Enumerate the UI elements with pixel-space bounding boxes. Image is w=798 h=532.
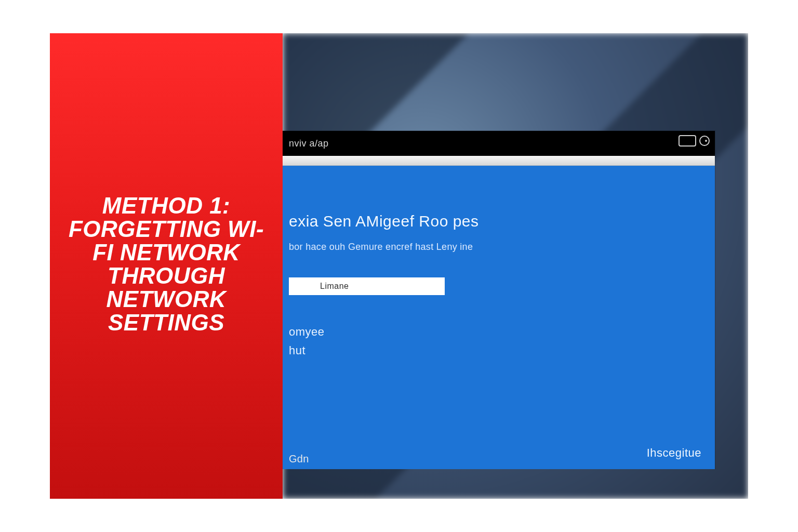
red-title-panel: METHOD 1: FORGETTING WI-FI NETWORK THROU… (50, 33, 283, 499)
window-control-circle-icon[interactable] (699, 136, 710, 146)
page-subtitle: bor hace ouh Gemure encref hast Leny ine (289, 242, 694, 252)
text-input-value: Limane (320, 282, 349, 291)
page-heading: exia Sen AMigeef Roo pes (289, 212, 694, 230)
text-input[interactable]: Limane (289, 277, 445, 295)
below-window-text: Gdn (289, 453, 309, 465)
option-line-2: hut (289, 344, 694, 357)
corner-link[interactable]: Ihscegitue (647, 446, 701, 460)
window-ribbon (237, 156, 715, 166)
window-content: exia Sen AMigeef Roo pes bor hace ouh Ge… (237, 166, 715, 469)
slide-headline: METHOD 1: FORGETTING WI-FI NETWORK THROU… (50, 194, 283, 334)
window-titlebar: nviv a/ap (237, 131, 715, 156)
settings-window: nviv a/ap exia Sen AMigeef Roo pes bor h… (237, 131, 715, 469)
option-line-1: omyee (289, 325, 694, 339)
window-controls (679, 135, 710, 147)
window-control-box-icon[interactable] (679, 135, 696, 147)
window-title: nviv a/ap (289, 138, 329, 149)
